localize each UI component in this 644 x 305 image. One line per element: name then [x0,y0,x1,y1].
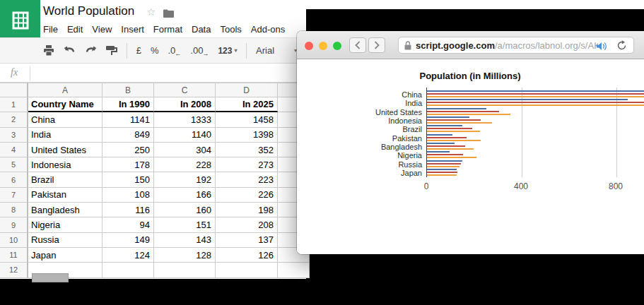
menu-item-edit[interactable]: Edit [67,24,83,35]
menu-item-data[interactable]: Data [192,24,211,35]
cell[interactable]: 160 [154,203,216,217]
menu-item-format[interactable]: Format [153,24,182,35]
zoom-window-button[interactable] [333,42,341,50]
cell[interactable] [103,263,154,277]
cell[interactable]: 223 [216,172,278,187]
address-bar[interactable]: script.google.com/a/macros/labnol.org/s/… [398,37,634,54]
minimize-window-button[interactable] [319,42,327,50]
cell[interactable]: In 2025 [216,97,278,112]
cell[interactable]: 149 [103,233,154,248]
row-number[interactable]: 5 [0,157,28,172]
row-number[interactable]: 10 [0,233,28,248]
menu-item-file[interactable]: File [43,24,58,35]
cell[interactable]: 166 [154,188,216,203]
cell[interactable]: Nigeria [28,217,103,232]
cell[interactable]: 304 [154,143,216,157]
cell[interactable]: 192 [154,172,216,187]
cell[interactable]: 124 [103,248,154,263]
row-number[interactable]: 4 [0,143,28,157]
menu-item-addons[interactable]: Add-ons [251,24,285,35]
forward-button[interactable] [368,37,385,53]
cell[interactable]: 151 [154,217,216,232]
star-icon[interactable]: ☆ [146,6,156,18]
speaker-icon[interactable] [596,41,607,54]
column-header-d[interactable]: D [216,83,278,97]
menu-item-insert[interactable]: Insert [121,24,144,35]
document-title[interactable]: World Population [43,4,134,18]
cell[interactable] [278,263,310,277]
reload-icon[interactable] [616,40,627,54]
cell[interactable]: 126 [216,248,278,263]
cell[interactable]: Brazil [28,172,103,187]
number-format-button[interactable]: 123▾ [218,46,237,56]
cell[interactable]: 1140 [154,128,216,143]
paint-format-button[interactable] [106,45,117,56]
currency-format-button[interactable]: £ [136,45,141,56]
cell[interactable]: 1398 [216,128,278,143]
row-number[interactable]: 12 [0,263,28,277]
cell[interactable]: 1458 [216,112,278,127]
cell[interactable]: 352 [216,143,278,157]
cell[interactable]: Pakistan [28,188,103,203]
font-family-select[interactable]: Arial▾ [256,45,297,56]
cell[interactable]: 108 [103,188,154,203]
close-window-button[interactable] [305,42,313,50]
cell[interactable]: United States [28,143,103,157]
cell[interactable]: China [28,112,103,127]
cell[interactable]: 1333 [154,112,216,127]
table-row: 11Japan124128126 [0,248,310,263]
cell[interactable]: Country Name [28,97,103,112]
column-header-b[interactable]: B [103,83,154,97]
cell[interactable]: In 1990 [103,97,154,112]
formula-bar[interactable]: fx [0,64,306,83]
cell[interactable]: 849 [103,128,154,143]
increase-decimal-button[interactable]: .00→ [190,44,209,57]
redo-button[interactable] [85,46,97,55]
column-header-a[interactable]: A [28,83,103,97]
cell[interactable]: 198 [216,203,278,217]
cell[interactable] [216,263,278,277]
cell[interactable]: Russia [28,233,103,248]
decrease-decimal-button[interactable]: .0← [168,44,181,57]
cell[interactable] [154,263,216,277]
cell[interactable]: 250 [103,143,154,157]
cell[interactable]: 228 [154,157,216,172]
row-number[interactable]: 3 [0,128,28,143]
cell[interactable]: 94 [103,217,154,232]
browser-chrome-bar: script.google.com/a/macros/labnol.org/s/… [297,31,644,59]
folder-icon[interactable] [163,8,174,20]
cell[interactable]: 143 [154,233,216,248]
cell[interactable]: In 2008 [154,97,216,112]
cell[interactable]: 208 [216,217,278,232]
undo-button[interactable] [64,46,76,55]
row-number[interactable]: 7 [0,188,28,203]
row-number[interactable]: 11 [0,248,28,263]
cell[interactable]: Indonesia [28,157,103,172]
row-number[interactable]: 6 [0,172,28,187]
cell[interactable]: Japan [28,248,103,263]
cell[interactable]: 150 [103,172,154,187]
cell[interactable]: 178 [103,157,154,172]
cell[interactable]: 1141 [103,112,154,127]
cell[interactable]: 128 [154,248,216,263]
cell[interactable]: 137 [216,233,278,248]
cell[interactable]: India [28,128,103,143]
cell[interactable]: 116 [103,203,154,217]
row-number[interactable]: 2 [0,112,28,127]
chart-bar [427,151,450,152]
chart-title: Population (in Millions) [364,71,576,81]
print-button[interactable] [43,45,54,56]
menu-item-view[interactable]: View [92,24,112,35]
cell[interactable]: 273 [216,157,278,172]
horizontal-scrollbar-thumb[interactable] [32,273,69,282]
column-header-c[interactable]: C [154,83,216,97]
row-number[interactable]: 1 [0,97,28,112]
back-button[interactable] [349,37,366,53]
percent-format-button[interactable]: % [151,45,159,56]
cell[interactable]: 226 [216,188,278,203]
row-number[interactable]: 8 [0,203,28,217]
menu-item-tools[interactable]: Tools [220,24,241,35]
cell[interactable]: Bangladesh [28,203,103,217]
row-number[interactable]: 9 [0,217,28,232]
select-all-corner[interactable] [0,83,28,97]
